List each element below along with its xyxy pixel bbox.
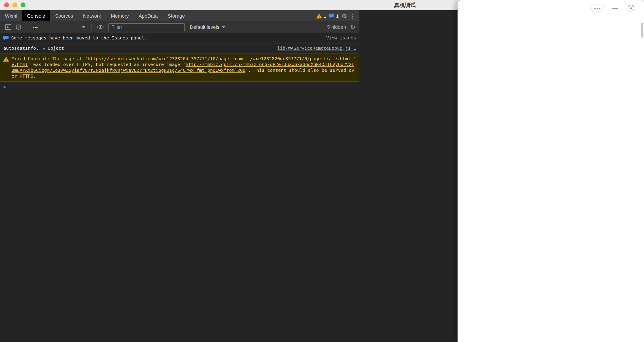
mixed-content-warning-row: /wxe1232820dc357771/0/page-frame.html:1 … xyxy=(0,54,359,82)
issues-icon[interactable] xyxy=(329,13,334,18)
tab-appdata[interactable]: AppData xyxy=(134,10,163,21)
console-toolbar: --- Default levels 5 hidden ⚙ xyxy=(0,21,359,33)
issues-count[interactable]: 1 xyxy=(336,13,338,18)
zoom-window-button[interactable] xyxy=(20,2,26,7)
prompt-chevron-icon: > xyxy=(3,84,6,90)
context-selector-dropdown[interactable]: --- xyxy=(30,24,88,30)
warning-icon[interactable] xyxy=(316,13,322,18)
window-title: 真机调试 xyxy=(394,0,416,10)
miniprogram-close-circle-icon[interactable] xyxy=(628,5,634,11)
clear-console-icon[interactable] xyxy=(16,24,22,30)
log-row: autoTestInfo.. ▶ Object lib/WAServiceRem… xyxy=(0,43,359,54)
filter-input[interactable] xyxy=(108,23,185,31)
log-source-link[interactable]: lib/WAServiceRemoteDebug.js:1 xyxy=(272,45,356,51)
tabbar-status-area: 1 1 ⚙ ⋮ xyxy=(316,10,360,21)
traffic-lights xyxy=(4,2,26,7)
issues-banner-row: Some messages have been moved to the Iss… xyxy=(0,33,359,43)
log-levels-dropdown[interactable]: Default levels xyxy=(190,24,225,30)
context-selector-value: --- xyxy=(33,24,38,30)
close-window-button[interactable] xyxy=(4,2,9,7)
tab-memory[interactable]: Memory xyxy=(106,10,134,21)
miniprogram-minimize-icon[interactable] xyxy=(612,8,618,9)
log-object-preview[interactable]: Object xyxy=(48,45,64,51)
warning-text-2: ' was loaded over HTTPS, but requested a… xyxy=(28,62,186,67)
devtools-settings-gear-icon[interactable]: ⚙ xyxy=(342,13,347,19)
issues-banner-text: Some messages have been moved to the Iss… xyxy=(11,35,147,41)
tab-sources[interactable]: Sources xyxy=(50,10,78,21)
console-sidebar-icon[interactable] xyxy=(5,24,12,30)
view-issues-link[interactable]: View issues xyxy=(321,35,356,41)
miniprogram-scrollbar-thumb[interactable] xyxy=(641,23,643,38)
log-label: autoTestInfo.. xyxy=(3,45,42,51)
more-dots-icon xyxy=(597,7,598,9)
warning-source-link[interactable]: /wxe1232820dc357771/0/page-frame.html:1 xyxy=(250,56,356,62)
miniprogram-more-capsule[interactable] xyxy=(590,4,604,12)
issues-bubble-icon xyxy=(3,36,9,41)
expand-object-icon[interactable]: ▶ xyxy=(43,45,46,51)
log-levels-value: Default levels xyxy=(190,24,220,30)
more-dots-icon xyxy=(599,7,600,9)
devtools-more-options-icon[interactable]: ⋮ xyxy=(350,13,356,19)
screen: 真机调试 Wxml Console Sources Network Memory… xyxy=(0,0,644,342)
warning-text-1: Mixed Content: The page at ' xyxy=(12,56,88,61)
tab-wxml[interactable]: Wxml xyxy=(0,10,22,21)
miniprogram-window xyxy=(458,0,644,342)
toolbar-divider xyxy=(91,24,92,30)
more-dots-icon xyxy=(594,7,596,9)
chevron-down-icon xyxy=(222,26,225,28)
chevron-down-icon xyxy=(82,26,86,28)
warning-count[interactable]: 1 xyxy=(324,13,326,18)
tab-network[interactable]: Network xyxy=(78,10,106,21)
hidden-messages-label: 5 hidden xyxy=(327,24,346,30)
console-output: Some messages have been moved to the Iss… xyxy=(0,33,359,342)
minimize-window-button[interactable] xyxy=(12,2,17,7)
toolbar-divider xyxy=(27,24,27,30)
live-expression-eye-icon[interactable] xyxy=(97,24,104,29)
console-settings-gear-icon[interactable]: ⚙ xyxy=(350,24,356,30)
devtools-tabbar: Wxml Console Sources Network Memory AppD… xyxy=(0,10,359,21)
warning-triangle-icon xyxy=(3,57,9,61)
warning-message: /wxe1232820dc357771/0/page-frame.html:1 … xyxy=(12,56,356,79)
tab-console[interactable]: Console xyxy=(22,10,50,21)
tab-storage[interactable]: Storage xyxy=(163,10,190,21)
devtools-panel: Wxml Console Sources Network Memory AppD… xyxy=(0,10,458,342)
console-prompt[interactable]: > xyxy=(0,82,359,93)
